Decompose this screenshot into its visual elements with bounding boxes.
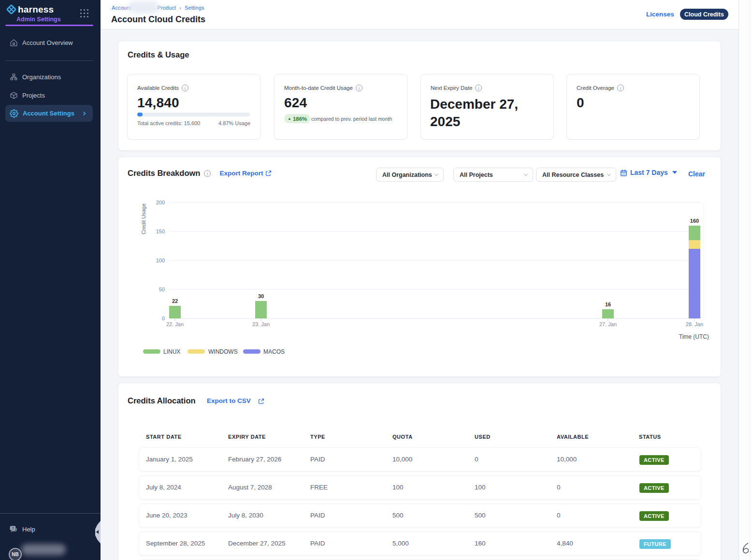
svg-text:27. Jan: 27. Jan [599,321,617,327]
svg-text:0: 0 [162,316,165,321]
svg-text:100: 100 [156,258,165,263]
svg-text:23. Jan: 23. Jan [252,321,270,327]
svg-text:50: 50 [159,287,165,292]
svg-text:30: 30 [258,293,264,299]
svg-text:Time (UTC): Time (UTC) [679,333,709,340]
svg-text:MACOS: MACOS [263,348,285,355]
svg-text:WINDOWS: WINDOWS [208,348,238,355]
svg-text:16: 16 [605,302,611,307]
svg-text:200: 200 [156,200,165,205]
svg-text:LINUX: LINUX [163,348,180,355]
svg-text:Credit Usage: Credit Usage [141,203,146,234]
svg-text:?: ? [12,527,14,531]
svg-text:22: 22 [172,298,178,304]
svg-text:160: 160 [690,218,699,224]
svg-text:22. Jan: 22. Jan [166,321,184,327]
svg-text:150: 150 [156,229,165,234]
svg-text:28. Jan: 28. Jan [686,321,703,327]
